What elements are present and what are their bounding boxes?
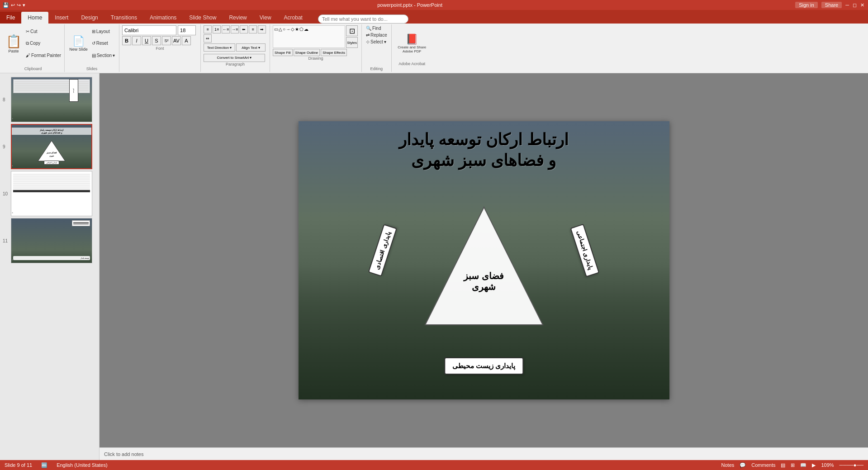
shapes-gallery[interactable]: ▭ △ ○ → ◇ ★ ⬠ ☁ — [273, 25, 345, 48]
tab-acrobat[interactable]: Acrobat — [278, 12, 309, 24]
canvas-scroll[interactable]: ارتباط ارکان توسعه پایدار و فضاهای سبز ش… — [100, 73, 868, 447]
tab-home[interactable]: Home — [21, 12, 48, 24]
shape-rect: ▭ — [274, 27, 278, 47]
align-center-button[interactable]: ≡ — [249, 25, 257, 33]
char-spacing-button[interactable]: AV — [172, 36, 181, 45]
tab-animations[interactable]: Animations — [143, 12, 183, 24]
notes-area[interactable]: Click to add notes — [100, 447, 868, 460]
redo-icon[interactable]: ↪ — [17, 2, 21, 8]
title-line1: ارتباط ارکان توسعه پایدار — [299, 130, 669, 149]
new-slide-button[interactable]: 📄 New Slide — [67, 25, 90, 62]
status-bar: Slide 9 of 11 🔤 English (United States) … — [0, 460, 868, 470]
slide-number-10: 10 — [3, 191, 8, 196]
search-input[interactable] — [318, 14, 408, 24]
slides-group: 📄 New Slide ⊞ Layout ↺ Reset ▤ Section ▾… — [65, 24, 119, 72]
font-color-button[interactable]: A — [182, 36, 191, 45]
layout-button[interactable]: ⊞ Layout — [90, 28, 116, 34]
slide-thumbnail-9[interactable]: 9 ارتباط ارکان توسعه پایدارو فضاهای سبز … — [11, 124, 100, 169]
social-label: پایداری اجتماعی — [570, 224, 599, 277]
slide-thumbnail-10[interactable]: 10 * — [11, 171, 100, 216]
tab-file[interactable]: File — [0, 12, 21, 24]
tab-slideshow[interactable]: Slide Show — [183, 12, 223, 24]
sign-in-button[interactable]: Sign in — [795, 2, 818, 8]
paragraph-group: ≡ 1≡ ←≡ →≡ ⬅ ≡ ➡ ⇔ Text Direction ▾ Alig… — [201, 24, 270, 72]
convert-smartart-button[interactable]: Convert to SmartArt ▾ — [204, 54, 265, 62]
clipboard-group: 📋 Paste ✂ Cut ⧉ Copy 🖌 Format Painter Cl… — [2, 24, 65, 72]
slide-thumbnail-11[interactable]: 11 توسعه پایدار * — [11, 218, 100, 263]
shape-circle: ○ — [283, 27, 285, 47]
font-size-input[interactable] — [178, 25, 196, 35]
tab-transitions[interactable]: Transitions — [104, 12, 143, 24]
tab-insert[interactable]: Insert — [48, 12, 75, 24]
find-button[interactable]: 🔍 Find — [365, 25, 389, 31]
arrange-button[interactable]: ⊡ — [346, 25, 358, 36]
save-icon[interactable]: 💾 — [3, 2, 9, 8]
tab-view[interactable]: View — [253, 12, 278, 24]
shape-diamond: ◇ — [291, 27, 294, 47]
increase-indent-button[interactable]: →≡ — [231, 25, 239, 33]
svg-text:شهری: شهری — [49, 155, 54, 157]
font-name-input[interactable] — [122, 25, 176, 35]
copy-button[interactable]: ⧉ Copy — [24, 40, 62, 47]
shape-outline-button[interactable]: Shape Outline — [294, 49, 320, 56]
zoom-slider[interactable]: ────●── — [840, 462, 863, 468]
editing-label: Editing — [365, 66, 389, 71]
justify-button[interactable]: ⇔ — [204, 34, 212, 43]
bullets-button[interactable]: ≡ — [204, 25, 212, 33]
shape-effects-button[interactable]: Shape Effects — [321, 49, 347, 56]
restore-icon[interactable]: ◻ — [853, 2, 857, 8]
svg-marker-3 — [425, 207, 543, 325]
align-right-button[interactable]: ➡ — [258, 25, 266, 33]
acrobat-icon: 📕 — [406, 33, 418, 45]
decrease-indent-button[interactable]: ←≡ — [222, 25, 230, 33]
bold-button[interactable]: B — [122, 36, 131, 45]
create-share-pdf-button[interactable]: 📕 Create and Share Adobe PDF — [394, 25, 430, 62]
text-direction-button[interactable]: Text Direction ▾ — [204, 43, 235, 52]
slides-label: Slides — [67, 66, 116, 71]
tab-design[interactable]: Design — [75, 12, 104, 24]
undo-icon[interactable]: ↩ — [11, 2, 15, 8]
canvas-area: ارتباط ارکان توسعه پایدار و فضاهای سبز ش… — [100, 73, 868, 460]
quick-access-toolbar: 💾 ↩ ↪ ▾ — [0, 2, 28, 8]
underline-button[interactable]: U — [142, 36, 151, 45]
window-title: powerpoint.pptx - PowerPoint — [28, 2, 792, 8]
reading-view-icon[interactable]: 📖 — [800, 462, 806, 468]
normal-view-icon[interactable]: ▤ — [781, 462, 785, 468]
customize-qa-icon[interactable]: ▾ — [23, 2, 25, 8]
drawing-group: ▭ △ ○ → ◇ ★ ⬠ ☁ ⊡ Styles Shape Fill Shap… — [270, 24, 362, 72]
paste-button[interactable]: 📋 Paste — [4, 25, 24, 62]
cut-button[interactable]: ✂ Cut — [24, 28, 62, 34]
select-button[interactable]: ⊹ Select ▾ — [365, 39, 389, 45]
copy-icon: ⧉ — [26, 41, 29, 46]
slide-canvas: ارتباط ارکان توسعه پایدار و فضاهای سبز ش… — [299, 121, 669, 399]
language: English (United States) — [57, 462, 108, 468]
align-left-button[interactable]: ⬅ — [240, 25, 248, 33]
font-group: B I U S S² AV A Font — [119, 24, 201, 72]
slide-thumbnail-8[interactable]: 8 فضاهای * — [11, 77, 100, 122]
select-icon: ⊹ — [366, 39, 370, 44]
replace-button[interactable]: ⇄ Replace — [365, 32, 389, 38]
shadow-button[interactable]: S² — [162, 36, 171, 45]
format-painter-icon: 🖌 — [26, 53, 30, 58]
numbering-button[interactable]: 1≡ — [213, 25, 221, 33]
tab-review[interactable]: Review — [223, 12, 253, 24]
drawing-label: Drawing — [273, 56, 359, 61]
quick-styles-button[interactable]: Styles — [346, 37, 358, 48]
editing-group: 🔍 Find ⇄ Replace ⊹ Select ▾ Editing — [362, 24, 392, 72]
italic-button[interactable]: I — [132, 36, 141, 45]
align-text-button[interactable]: Align Text ▾ — [236, 43, 266, 52]
close-icon[interactable]: ✕ — [860, 2, 864, 8]
reset-button[interactable]: ↺ Reset — [90, 40, 116, 46]
shape-fill-button[interactable]: Shape Fill — [273, 49, 293, 56]
notes-button[interactable]: Notes — [721, 462, 735, 468]
comments-button[interactable]: Comments — [751, 462, 775, 468]
section-button[interactable]: ▤ Section ▾ — [90, 52, 116, 58]
slide-title: ارتباط ارکان توسعه پایدار و فضاهای سبز ش… — [299, 130, 669, 170]
strikethrough-button[interactable]: S — [152, 36, 161, 45]
slide-sorter-icon[interactable]: ⊞ — [791, 462, 795, 468]
minimize-icon[interactable]: ─ — [845, 2, 849, 8]
format-painter-button[interactable]: 🖌 Format Painter — [24, 52, 62, 58]
share-button[interactable]: Share — [821, 2, 842, 8]
ribbon-tabs: File Home Insert Design Transitions Anim… — [0, 10, 868, 24]
slideshow-icon[interactable]: ▶ — [812, 462, 816, 468]
